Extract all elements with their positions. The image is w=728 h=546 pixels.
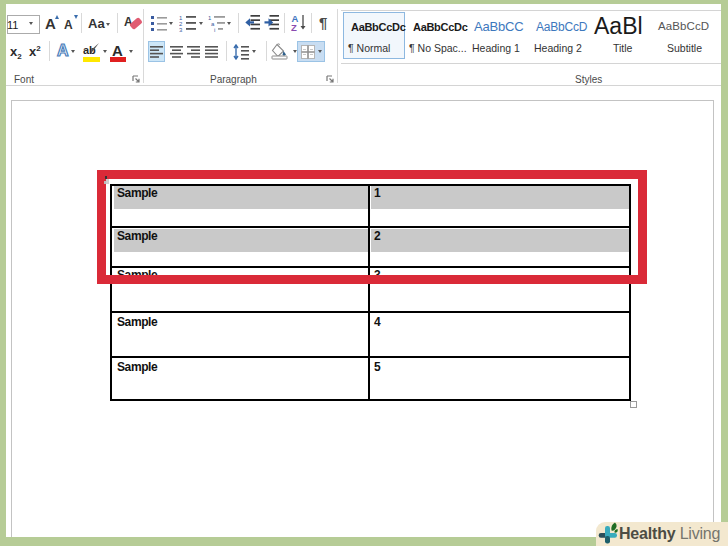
svg-text:3: 3: [179, 27, 183, 33]
svg-text:i: i: [214, 27, 215, 32]
svg-text:Z: Z: [291, 22, 297, 32]
